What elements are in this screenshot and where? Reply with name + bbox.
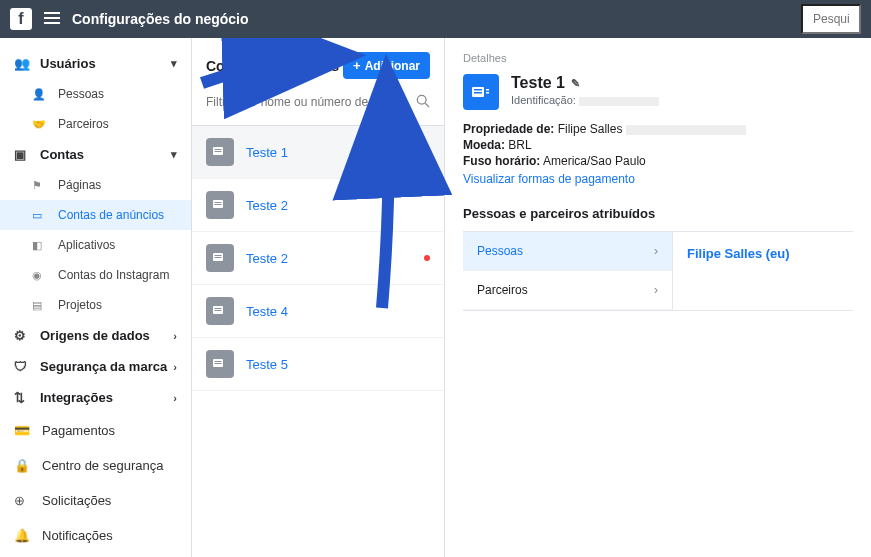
sidebar-item[interactable]: 🔒Centro de segurança: [0, 448, 191, 483]
alert-dot-icon: [424, 255, 430, 261]
account-list-item[interactable]: Teste 1: [192, 126, 444, 179]
facebook-logo[interactable]: f: [10, 8, 32, 30]
account-name: Teste 1: [246, 145, 288, 160]
payment-link[interactable]: Visualizar formas de pagamento: [463, 172, 853, 186]
svg-rect-13: [215, 310, 222, 311]
chevron-right-icon: ›: [654, 283, 658, 297]
item-label: Notificações: [42, 528, 113, 543]
chevron-icon: ›: [173, 361, 177, 373]
assign-tab[interactable]: Parceiros›: [463, 271, 672, 310]
assigned-person[interactable]: Filipe Salles (eu): [687, 246, 790, 261]
sidebar-item[interactable]: ◉Contas do Instagram: [0, 260, 191, 290]
group-label: Integrações: [40, 390, 113, 405]
sidebar: 👥Usuários▾👤Pessoas🤝Parceiros▣Contas▾⚑Pág…: [0, 38, 192, 557]
account-list-item[interactable]: Teste 2: [192, 232, 444, 285]
sidebar-group[interactable]: 👥Usuários▾: [0, 48, 191, 79]
currency-label: Moeda:: [463, 138, 505, 152]
item-icon: ▤: [32, 299, 50, 312]
details-panel: Detalhes Teste 1 ✎ Identificação: Propri…: [445, 38, 871, 557]
sidebar-item[interactable]: ⚙Informações da empresa: [0, 553, 191, 557]
assigned-title: Pessoas e parceiros atribuídos: [463, 206, 853, 221]
svg-rect-21: [486, 92, 489, 94]
sidebar-group[interactable]: 🛡Segurança da marca›: [0, 351, 191, 382]
tab-label: Parceiros: [477, 283, 528, 297]
svg-rect-9: [215, 255, 222, 256]
chevron-icon: ›: [173, 330, 177, 342]
account-name: Teste 5: [246, 357, 288, 372]
item-label: Pessoas: [58, 87, 104, 101]
group-label: Contas: [40, 147, 84, 162]
svg-rect-15: [215, 361, 222, 362]
item-label: Aplicativos: [58, 238, 115, 252]
hamburger-icon[interactable]: [44, 12, 60, 27]
sidebar-item[interactable]: 👤Pessoas: [0, 79, 191, 109]
sidebar-item[interactable]: 🤝Parceiros: [0, 109, 191, 139]
group-icon: 🛡: [14, 359, 32, 374]
account-thumb-icon: [206, 191, 234, 219]
chevron-icon: ▾: [171, 57, 177, 70]
item-label: Contas de anúncios: [58, 208, 164, 222]
account-name: Teste 2: [246, 251, 288, 266]
sidebar-item[interactable]: 🔔Notificações: [0, 518, 191, 553]
sidebar-group[interactable]: ⇅Integrações›: [0, 382, 191, 413]
account-list-item[interactable]: Teste 5: [192, 338, 444, 391]
account-thumb-icon: [206, 297, 234, 325]
sidebar-item[interactable]: ⊕Solicitações: [0, 483, 191, 518]
sidebar-item[interactable]: ▤Projetos: [0, 290, 191, 320]
svg-point-0: [417, 95, 426, 104]
edit-pencil-icon[interactable]: ✎: [571, 77, 580, 90]
sidebar-item[interactable]: 💳Pagamentos: [0, 413, 191, 448]
group-label: Segurança da marca: [40, 359, 167, 374]
account-thumb-icon: [206, 350, 234, 378]
chevron-icon: ▾: [171, 148, 177, 161]
accounts-panel-title: Contas de anúncios: [206, 58, 343, 74]
sidebar-item[interactable]: ▭Contas de anúncios: [0, 200, 191, 230]
svg-rect-7: [215, 204, 222, 205]
item-icon: 💳: [14, 423, 32, 438]
group-label: Usuários: [40, 56, 96, 71]
account-thumb-icon: [206, 244, 234, 272]
item-label: Páginas: [58, 178, 101, 192]
chevron-right-icon: ›: [654, 244, 658, 258]
svg-line-1: [425, 103, 429, 107]
sidebar-group[interactable]: ▣Contas▾: [0, 139, 191, 170]
item-label: Centro de segurança: [42, 458, 163, 473]
item-icon: 🔔: [14, 528, 32, 543]
owner-redacted: [626, 125, 746, 135]
item-label: Projetos: [58, 298, 102, 312]
id-label: Identificação:: [511, 94, 576, 106]
svg-rect-10: [215, 257, 222, 258]
item-icon: ▭: [32, 209, 50, 222]
tab-label: Pessoas: [477, 244, 523, 258]
sidebar-item[interactable]: ◧Aplicativos: [0, 230, 191, 260]
item-icon: 🤝: [32, 118, 50, 131]
item-icon: ◉: [32, 269, 50, 282]
sidebar-item[interactable]: ⚑Páginas: [0, 170, 191, 200]
search-icon[interactable]: [416, 94, 430, 111]
item-icon: ⊕: [14, 493, 32, 508]
item-label: Pagamentos: [42, 423, 115, 438]
item-label: Parceiros: [58, 117, 109, 131]
filter-input[interactable]: [206, 89, 416, 115]
tz-value: America/Sao Paulo: [543, 154, 646, 168]
add-button[interactable]: + Adicionar: [343, 52, 430, 79]
accounts-panel: Contas de anúncios + Adicionar Teste 1Te…: [192, 38, 445, 557]
svg-rect-4: [215, 151, 222, 152]
sidebar-group[interactable]: ⚙Origens de dados›: [0, 320, 191, 351]
account-name: Teste 1: [511, 74, 565, 92]
item-label: Solicitações: [42, 493, 111, 508]
assign-tab[interactable]: Pessoas›: [463, 232, 672, 271]
add-button-label: Adicionar: [365, 59, 420, 73]
chevron-icon: ›: [173, 392, 177, 404]
group-icon: 👥: [14, 56, 32, 71]
svg-rect-18: [474, 89, 482, 91]
details-label: Detalhes: [463, 52, 853, 64]
group-icon: ⚙: [14, 328, 32, 343]
svg-rect-6: [215, 202, 222, 203]
owner-value: Filipe Salles: [558, 122, 623, 136]
item-icon: 👤: [32, 88, 50, 101]
item-label: Contas do Instagram: [58, 268, 169, 282]
account-list-item[interactable]: Teste 2: [192, 179, 444, 232]
account-list-item[interactable]: Teste 4: [192, 285, 444, 338]
global-search-input[interactable]: [801, 4, 861, 34]
